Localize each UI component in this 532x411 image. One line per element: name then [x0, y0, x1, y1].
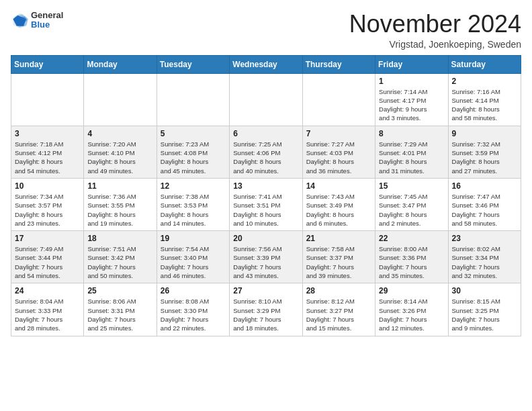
day-info: Sunrise: 8:08 AM Sunset: 3:30 PM Dayligh… — [161, 297, 226, 332]
calendar-day-cell: 30Sunrise: 8:15 AM Sunset: 3:25 PM Dayli… — [448, 283, 521, 336]
day-info: Sunrise: 7:36 AM Sunset: 3:55 PM Dayligh… — [87, 192, 152, 228]
logo: General Blue — [11, 11, 63, 30]
day-number: 8 — [379, 129, 444, 138]
day-info: Sunrise: 7:43 AM Sunset: 3:49 PM Dayligh… — [306, 192, 371, 228]
day-info: Sunrise: 7:29 AM Sunset: 4:01 PM Dayligh… — [379, 140, 444, 175]
day-number: 14 — [306, 181, 371, 191]
calendar-day-cell: 26Sunrise: 8:08 AM Sunset: 3:30 PM Dayli… — [157, 283, 229, 336]
day-info: Sunrise: 7:20 AM Sunset: 4:10 PM Dayligh… — [87, 140, 152, 175]
day-number: 11 — [87, 181, 152, 191]
day-number: 13 — [233, 181, 298, 191]
day-info: Sunrise: 7:56 AM Sunset: 3:39 PM Dayligh… — [233, 244, 298, 280]
calendar-day-cell — [157, 73, 229, 126]
day-number: 28 — [306, 286, 371, 295]
logo-blue-text: Blue — [31, 20, 63, 30]
day-info: Sunrise: 8:14 AM Sunset: 3:26 PM Dayligh… — [379, 297, 444, 332]
day-number: 16 — [452, 181, 517, 191]
day-info: Sunrise: 8:02 AM Sunset: 3:34 PM Dayligh… — [452, 244, 517, 280]
day-number: 7 — [306, 129, 371, 138]
day-info: Sunrise: 7:41 AM Sunset: 3:51 PM Dayligh… — [233, 192, 298, 228]
day-info: Sunrise: 8:00 AM Sunset: 3:36 PM Dayligh… — [379, 244, 444, 280]
day-number: 5 — [161, 129, 226, 138]
calendar-day-cell: 24Sunrise: 8:04 AM Sunset: 3:33 PM Dayli… — [11, 283, 84, 336]
calendar-day-cell: 1Sunrise: 7:14 AM Sunset: 4:17 PM Daylig… — [375, 73, 448, 126]
calendar-day-cell: 11Sunrise: 7:36 AM Sunset: 3:55 PM Dayli… — [84, 178, 157, 230]
day-number: 12 — [161, 181, 226, 191]
day-info: Sunrise: 7:38 AM Sunset: 3:53 PM Dayligh… — [161, 192, 226, 228]
month-title: November 2024 — [349, 11, 521, 38]
day-number: 26 — [161, 286, 226, 295]
calendar-day-cell: 4Sunrise: 7:20 AM Sunset: 4:10 PM Daylig… — [84, 126, 157, 178]
day-number: 9 — [452, 129, 517, 138]
calendar-day-cell: 16Sunrise: 7:47 AM Sunset: 3:46 PM Dayli… — [448, 178, 521, 230]
day-number: 6 — [233, 129, 298, 138]
calendar-day-cell: 28Sunrise: 8:12 AM Sunset: 3:27 PM Dayli… — [302, 283, 375, 336]
calendar-day-cell: 29Sunrise: 8:14 AM Sunset: 3:26 PM Dayli… — [375, 283, 448, 336]
day-info: Sunrise: 7:34 AM Sunset: 3:57 PM Dayligh… — [15, 192, 80, 228]
day-info: Sunrise: 7:49 AM Sunset: 3:44 PM Dayligh… — [15, 244, 80, 280]
day-info: Sunrise: 8:12 AM Sunset: 3:27 PM Dayligh… — [306, 297, 371, 332]
day-info: Sunrise: 7:23 AM Sunset: 4:08 PM Dayligh… — [161, 140, 226, 175]
calendar-day-cell — [302, 73, 375, 126]
day-number: 4 — [87, 129, 152, 138]
day-number: 1 — [379, 77, 444, 86]
calendar-day-cell: 8Sunrise: 7:29 AM Sunset: 4:01 PM Daylig… — [375, 126, 448, 178]
col-tuesday: Tuesday — [157, 55, 229, 73]
day-info: Sunrise: 8:04 AM Sunset: 3:33 PM Dayligh… — [15, 297, 80, 332]
col-sunday: Sunday — [11, 55, 84, 73]
col-friday: Friday — [375, 55, 448, 73]
day-info: Sunrise: 7:14 AM Sunset: 4:17 PM Dayligh… — [379, 87, 444, 123]
day-info: Sunrise: 8:10 AM Sunset: 3:29 PM Dayligh… — [233, 297, 298, 332]
calendar-day-cell: 2Sunrise: 7:16 AM Sunset: 4:14 PM Daylig… — [448, 73, 521, 126]
calendar-day-cell: 12Sunrise: 7:38 AM Sunset: 3:53 PM Dayli… — [157, 178, 229, 230]
calendar-day-cell: 19Sunrise: 7:54 AM Sunset: 3:40 PM Dayli… — [157, 231, 229, 283]
calendar-day-cell: 18Sunrise: 7:51 AM Sunset: 3:42 PM Dayli… — [84, 231, 157, 283]
calendar-day-cell: 13Sunrise: 7:41 AM Sunset: 3:51 PM Dayli… — [230, 178, 302, 230]
day-info: Sunrise: 7:51 AM Sunset: 3:42 PM Dayligh… — [87, 244, 152, 280]
day-number: 10 — [15, 181, 80, 191]
calendar-day-cell: 10Sunrise: 7:34 AM Sunset: 3:57 PM Dayli… — [11, 178, 84, 230]
logo-icon — [11, 11, 30, 30]
day-info: Sunrise: 8:06 AM Sunset: 3:31 PM Dayligh… — [87, 297, 152, 332]
day-number: 27 — [233, 286, 298, 295]
day-info: Sunrise: 7:32 AM Sunset: 3:59 PM Dayligh… — [452, 140, 517, 175]
calendar-day-cell: 15Sunrise: 7:45 AM Sunset: 3:47 PM Dayli… — [375, 178, 448, 230]
calendar-week-row: 24Sunrise: 8:04 AM Sunset: 3:33 PM Dayli… — [11, 283, 521, 336]
day-number: 23 — [452, 234, 517, 243]
day-number: 29 — [379, 286, 444, 295]
calendar-day-cell — [84, 73, 157, 126]
calendar-table: Sunday Monday Tuesday Wednesday Thursday… — [11, 55, 521, 336]
day-number: 18 — [87, 234, 152, 243]
calendar-week-row: 3Sunrise: 7:18 AM Sunset: 4:12 PM Daylig… — [11, 126, 521, 178]
calendar-day-cell: 17Sunrise: 7:49 AM Sunset: 3:44 PM Dayli… — [11, 231, 84, 283]
day-info: Sunrise: 7:47 AM Sunset: 3:46 PM Dayligh… — [452, 192, 517, 228]
col-thursday: Thursday — [302, 55, 375, 73]
day-number: 15 — [379, 181, 444, 191]
calendar-day-cell — [230, 73, 302, 126]
location-text: Vrigstad, Joenkoeping, Sweden — [349, 39, 521, 50]
day-info: Sunrise: 7:18 AM Sunset: 4:12 PM Dayligh… — [15, 140, 80, 175]
calendar-day-cell: 23Sunrise: 8:02 AM Sunset: 3:34 PM Dayli… — [448, 231, 521, 283]
calendar-day-cell: 3Sunrise: 7:18 AM Sunset: 4:12 PM Daylig… — [11, 126, 84, 178]
calendar-day-cell: 25Sunrise: 8:06 AM Sunset: 3:31 PM Dayli… — [84, 283, 157, 336]
calendar-week-row: 1Sunrise: 7:14 AM Sunset: 4:17 PM Daylig… — [11, 73, 521, 126]
day-number: 19 — [161, 234, 226, 243]
day-info: Sunrise: 8:15 AM Sunset: 3:25 PM Dayligh… — [452, 297, 517, 332]
day-number: 24 — [15, 286, 80, 295]
col-monday: Monday — [84, 55, 157, 73]
calendar-day-cell: 7Sunrise: 7:27 AM Sunset: 4:03 PM Daylig… — [302, 126, 375, 178]
calendar-week-row: 10Sunrise: 7:34 AM Sunset: 3:57 PM Dayli… — [11, 178, 521, 230]
logo-text: General Blue — [31, 11, 63, 30]
page-header: General Blue November 2024 Vrigstad, Joe… — [11, 11, 521, 50]
day-number: 17 — [15, 234, 80, 243]
calendar-week-row: 17Sunrise: 7:49 AM Sunset: 3:44 PM Dayli… — [11, 231, 521, 283]
day-number: 22 — [379, 234, 444, 243]
calendar-day-cell: 5Sunrise: 7:23 AM Sunset: 4:08 PM Daylig… — [157, 126, 229, 178]
calendar-day-cell: 20Sunrise: 7:56 AM Sunset: 3:39 PM Dayli… — [230, 231, 302, 283]
calendar-day-cell: 27Sunrise: 8:10 AM Sunset: 3:29 PM Dayli… — [230, 283, 302, 336]
day-number: 30 — [452, 286, 517, 295]
day-number: 20 — [233, 234, 298, 243]
calendar-day-cell: 6Sunrise: 7:25 AM Sunset: 4:06 PM Daylig… — [230, 126, 302, 178]
day-info: Sunrise: 7:58 AM Sunset: 3:37 PM Dayligh… — [306, 244, 371, 280]
day-info: Sunrise: 7:16 AM Sunset: 4:14 PM Dayligh… — [452, 87, 517, 123]
